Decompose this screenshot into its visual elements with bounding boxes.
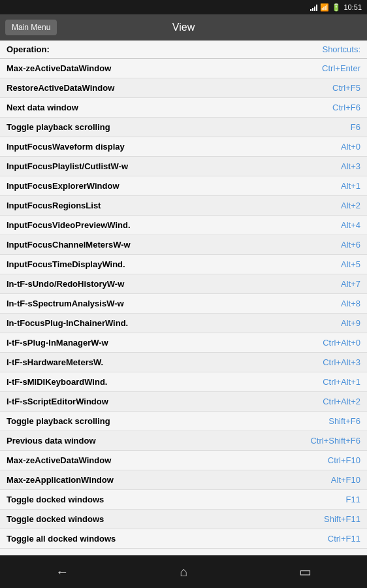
row-operation-label: InputFocusRegionsList: [7, 201, 334, 210]
row-operation-label: I-tF-sHardwareMetersW.: [7, 357, 316, 367]
table-row[interactable]: Toggle docked windowsF11: [0, 490, 367, 510]
table-row[interactable]: I-tF-sScriptEditorWindowCtrl+Alt+2: [0, 392, 367, 412]
row-operation-label: In-tFocusPlug-InChainerWind.: [7, 318, 334, 328]
row-shortcut-label: Ctrl+Shift+F6: [310, 436, 360, 446]
wifi-icon: 📶: [320, 3, 329, 12]
table-row[interactable]: Toggle docked windowsShift+F11: [0, 510, 367, 529]
row-shortcut-label: Ctrl+Alt+1: [323, 377, 360, 387]
row-shortcut-label: Alt+3: [341, 161, 360, 171]
table-row[interactable]: Toggle all docked windowsCtrl+F11: [0, 529, 367, 549]
row-shortcut-label: Ctrl+F11: [328, 534, 360, 544]
signal-icon: [310, 3, 317, 11]
row-operation-label: Toggle all docked windows: [7, 534, 321, 544]
row-operation-label: InputFocusChannelMetersW-w: [7, 240, 334, 250]
row-shortcut-label: Alt+1: [341, 181, 360, 191]
row-shortcut-label: Alt+7: [341, 279, 360, 289]
table-row[interactable]: InputFocusTimeDisplayWind.Alt+5: [0, 255, 367, 274]
table-row[interactable]: In-tF-sSpectrumAnalysisW-wAlt+8: [0, 294, 367, 314]
row-operation-label: InputFocusTimeDisplayWind.: [7, 259, 334, 269]
row-shortcut-label: Ctrl+Alt+3: [323, 357, 360, 367]
row-shortcut-label: Alt+2: [341, 201, 360, 210]
row-shortcut-label: Alt+4: [341, 220, 360, 230]
table-row[interactable]: Max-zeActiveDataWindowCtrl+Enter: [0, 59, 367, 78]
row-operation-label: Toggle docked windows: [7, 514, 317, 524]
row-shortcut-label: Alt+9: [341, 318, 360, 328]
row-shortcut-label: Alt+5: [341, 259, 360, 269]
row-operation-label: InputFocusVideoPreviewWind.: [7, 220, 334, 230]
row-shortcut-label: Ctrl+F6: [332, 103, 360, 112]
row-operation-label: In-tF-sUndo/RedoHistoryW-w: [7, 279, 334, 289]
rows-container: Max-zeActiveDataWindowCtrl+EnterRestoreA…: [0, 59, 367, 549]
shortcut-list: Operation: Shortcuts: Max-zeActiveDataWi…: [0, 41, 367, 555]
row-operation-label: Previous data window: [7, 436, 304, 446]
table-row[interactable]: I-tF-sHardwareMetersW.Ctrl+Alt+3: [0, 353, 367, 372]
table-row[interactable]: InputFocusWaveform displayAlt+0: [0, 137, 367, 157]
shortcuts-header-label: Shortcuts:: [322, 44, 360, 54]
page-title: View: [172, 22, 195, 33]
row-shortcut-label: Shift+F6: [328, 416, 360, 426]
row-shortcut-label: Ctrl+Enter: [322, 63, 360, 73]
row-operation-label: InputFocusPlaylist/CutlistW-w: [7, 161, 334, 171]
row-shortcut-label: F11: [346, 495, 360, 504]
row-operation-label: Max-zeActiveDataWindow: [7, 63, 315, 73]
table-row[interactable]: I-tF-sPlug-InManagerW-wCtrl+Alt+0: [0, 333, 367, 353]
operation-header-label: Operation:: [7, 44, 50, 54]
row-shortcut-label: Ctrl+F10: [328, 455, 360, 465]
row-shortcut-label: Ctrl+F5: [332, 83, 360, 93]
row-operation-label: InputFocusWaveform display: [7, 142, 334, 152]
table-row[interactable]: Next data windowCtrl+F6: [0, 98, 367, 118]
time-display: 10:51: [343, 3, 362, 11]
status-bar: 📶 🔋 10:51: [0, 0, 367, 14]
main-menu-button[interactable]: Main Menu: [5, 20, 57, 35]
battery-icon: 🔋: [332, 3, 341, 12]
row-operation-label: Toggle playback scrolling: [7, 122, 344, 132]
table-row[interactable]: InputFocusExplorerWindowAlt+1: [0, 176, 367, 196]
table-row[interactable]: RestoreActiveDataWindowCtrl+F5: [0, 78, 367, 98]
table-row[interactable]: Max-zeApplicationWindowAlt+F10: [0, 470, 367, 490]
row-operation-label: RestoreActiveDataWindow: [7, 83, 326, 93]
status-icons: 📶 🔋 10:51: [310, 3, 362, 12]
row-operation-label: Toggle docked windows: [7, 495, 340, 504]
row-operation-label: I-tF-sPlug-InManagerW-w: [7, 338, 316, 348]
table-row[interactable]: Max-zeActiveDataWindowCtrl+F10: [0, 451, 367, 470]
row-operation-label: In-tF-sSpectrumAnalysisW-w: [7, 299, 334, 308]
table-row[interactable]: InputFocusVideoPreviewWind.Alt+4: [0, 216, 367, 235]
row-operation-label: I-tF-sMIDIKeyboardWind.: [7, 377, 316, 387]
row-shortcut-label: Ctrl+Alt+0: [323, 338, 360, 348]
row-shortcut-label: Alt+6: [341, 240, 360, 250]
row-shortcut-label: Ctrl+Alt+2: [323, 397, 360, 406]
row-operation-label: Max-zeActiveDataWindow: [7, 455, 321, 465]
back-button[interactable]: ←: [56, 564, 69, 580]
row-shortcut-label: Alt+0: [341, 142, 360, 152]
table-row[interactable]: In-tFocusPlug-InChainerWind.Alt+9: [0, 314, 367, 333]
row-operation-label: InputFocusExplorerWindow: [7, 181, 334, 191]
table-row[interactable]: InputFocusPlaylist/CutlistW-wAlt+3: [0, 157, 367, 176]
top-bar: Main Menu View: [0, 14, 367, 41]
row-operation-label: Next data window: [7, 103, 326, 112]
table-header: Operation: Shortcuts:: [0, 41, 367, 59]
table-row[interactable]: Previous data windowCtrl+Shift+F6: [0, 431, 367, 451]
home-button[interactable]: ⌂: [180, 564, 187, 580]
bottom-nav: ← ⌂ ▭: [0, 555, 367, 588]
row-operation-label: Toggle playback scrolling: [7, 416, 322, 426]
table-row[interactable]: In-tF-sUndo/RedoHistoryW-wAlt+7: [0, 274, 367, 294]
table-row[interactable]: Toggle playback scrollingShift+F6: [0, 412, 367, 431]
table-row[interactable]: InputFocusChannelMetersW-wAlt+6: [0, 235, 367, 255]
row-shortcut-label: Alt+F10: [331, 475, 360, 485]
table-row[interactable]: I-tF-sMIDIKeyboardWind.Ctrl+Alt+1: [0, 372, 367, 392]
row-operation-label: Max-zeApplicationWindow: [7, 475, 325, 485]
recent-apps-button[interactable]: ▭: [299, 564, 311, 580]
row-shortcut-label: Shift+F11: [324, 514, 360, 524]
row-shortcut-label: Alt+8: [341, 299, 360, 308]
table-row[interactable]: InputFocusRegionsListAlt+2: [0, 196, 367, 216]
row-operation-label: I-tF-sScriptEditorWindow: [7, 397, 316, 406]
table-row[interactable]: Toggle playback scrollingF6: [0, 118, 367, 137]
row-shortcut-label: F6: [351, 122, 360, 132]
